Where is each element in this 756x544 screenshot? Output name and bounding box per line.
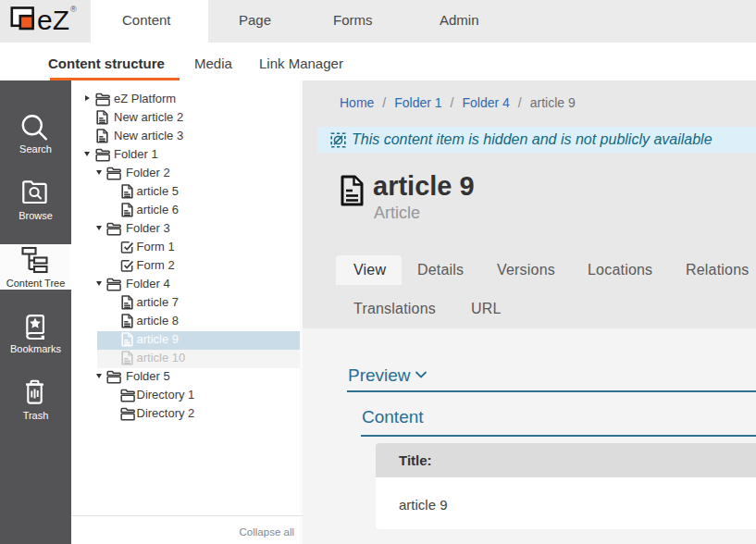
svg-text:eZ: eZ	[37, 5, 69, 35]
svg-text:®: ®	[70, 5, 77, 14]
